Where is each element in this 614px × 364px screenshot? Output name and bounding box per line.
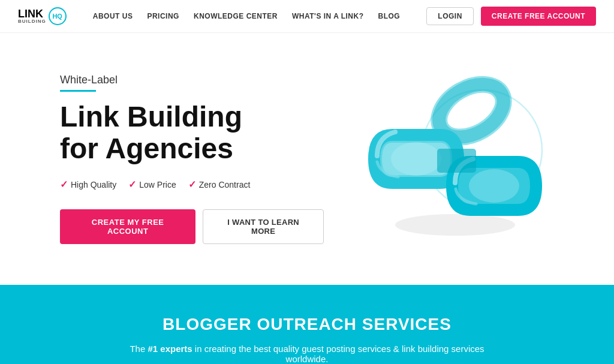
hero-learn-more-button[interactable]: I WANT TO LEARN MORE	[203, 209, 324, 244]
hero-title-line2: for Agencies	[60, 133, 233, 164]
hero-create-account-button[interactable]: CREATE MY FREE ACCOUNT	[60, 209, 195, 244]
check-icon-price: ✓	[128, 179, 136, 190]
nav-knowledge-center[interactable]: KNOWLEDGE CENTER	[194, 12, 278, 20]
bottom-section: BLOGGER OUTREACH SERVICES The #1 experts…	[0, 285, 614, 364]
feature-high-quality: ✓ High Quality	[60, 179, 116, 190]
hero-title-line1: Link Building	[60, 101, 242, 133]
feature-label-price: Low Price	[139, 180, 176, 189]
svg-rect-6	[437, 149, 476, 173]
logo-building-text: BUILDING	[18, 19, 46, 24]
feature-label-contract: Zero Contract	[199, 180, 251, 189]
nav-pricing[interactable]: PRICING	[147, 12, 179, 20]
hero-title: Link Building for Agencies	[60, 101, 324, 165]
bottom-title: BLOGGER OUTREACH SERVICES	[162, 315, 452, 334]
feature-label-quality: High Quality	[71, 180, 116, 189]
svg-point-5	[469, 169, 519, 203]
create-account-button[interactable]: CREATE FREE ACCOUNT	[481, 7, 596, 26]
hero-chain-image	[338, 69, 566, 249]
logo[interactable]: LINK BUILDING HQ	[18, 7, 67, 25]
main-nav: ABOUT US PRICING KNOWLEDGE CENTER WHAT'S…	[93, 12, 400, 20]
header-actions: LOGIN CREATE FREE ACCOUNT	[426, 7, 596, 26]
chain-illustration	[338, 69, 566, 249]
bottom-desc-pre: The	[130, 344, 148, 354]
logo-link-text: LINK	[18, 8, 46, 19]
bottom-description: The #1 experts in creating the best qual…	[127, 344, 487, 364]
nav-about-us[interactable]: ABOUT US	[93, 12, 133, 20]
check-icon-contract: ✓	[188, 179, 196, 190]
feature-low-price: ✓ Low Price	[128, 179, 176, 190]
nav-whats-in-a-link[interactable]: WHAT'S IN A LINK?	[292, 12, 364, 20]
chain-svg	[344, 72, 560, 246]
svg-point-1	[395, 214, 515, 236]
feature-zero-contract: ✓ Zero Contract	[188, 179, 251, 190]
hero-subtitle: White-Label	[60, 74, 324, 86]
hero-buttons: CREATE MY FREE ACCOUNT I WANT TO LEARN M…	[60, 209, 324, 244]
hero-underline-decoration	[60, 90, 96, 92]
site-header: LINK BUILDING HQ ABOUT US PRICING KNOWLE…	[0, 0, 614, 33]
check-icon-quality: ✓	[60, 179, 68, 190]
hero-content: White-Label Link Building for Agencies ✓…	[60, 74, 324, 245]
svg-point-4	[391, 142, 441, 176]
login-button[interactable]: LOGIN	[426, 7, 474, 25]
nav-blog[interactable]: BLOG	[378, 12, 401, 20]
logo-hq-circle: HQ	[49, 7, 67, 25]
bottom-desc-bold: #1 experts	[148, 344, 192, 354]
bottom-desc-post: in creating the best quality guest posti…	[192, 344, 484, 364]
hero-features: ✓ High Quality ✓ Low Price ✓ Zero Contra…	[60, 179, 324, 190]
hero-section: White-Label Link Building for Agencies ✓…	[0, 33, 614, 285]
